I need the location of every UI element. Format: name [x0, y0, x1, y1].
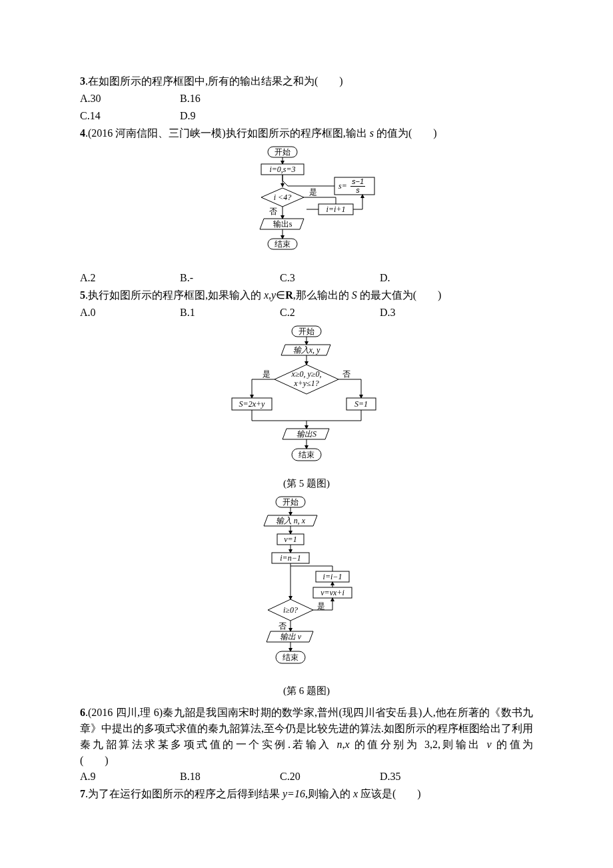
q7-suffix: 应该是( ) — [358, 788, 421, 799]
q4-opt-a[interactable]: A.2 — [80, 270, 180, 286]
q5-opt-d[interactable]: D.3 — [380, 305, 396, 321]
q5-flowchart-wrap: 开始 输入x, y x≥0, y≥0, x+y≤1? 是 S=2x+y 否 S=… — [80, 323, 533, 473]
q7-stem: 7.为了在运行如图所示的程序之后得到结果 y=16,则输入的 x 应该是( ) — [80, 786, 533, 802]
q5-opt-b[interactable]: B.1 — [180, 305, 280, 321]
q7-x: x — [353, 788, 358, 799]
q5-suffix: ,那么输出的 — [293, 289, 352, 301]
svg-text:结束: 结束 — [299, 450, 314, 459]
svg-text:v=1: v=1 — [284, 535, 297, 544]
q6-num: 6 — [80, 707, 85, 718]
q4-opt-b[interactable]: B.- — [180, 270, 280, 286]
q5-suffix2: 的最大值为( ) — [357, 289, 442, 301]
q5-flowchart: 开始 输入x, y x≥0, y≥0, x+y≤1? 是 S=2x+y 否 S=… — [220, 323, 393, 473]
q3-opt-a[interactable]: A.30 — [80, 91, 180, 107]
q6-mid: 的值分别为 3,2,则输出 — [349, 739, 486, 750]
svg-text:结束: 结束 — [283, 653, 299, 662]
svg-text:输入 n, x: 输入 n, x — [276, 516, 306, 525]
svg-text:输入x, y: 输入x, y — [293, 345, 320, 355]
svg-text:x+y≤1?: x+y≤1? — [293, 379, 318, 388]
svg-text:v=vx+i: v=vx+i — [320, 588, 344, 597]
svg-text:x≥0, y≥0,: x≥0, y≥0, — [291, 369, 322, 379]
svg-text:S=1: S=1 — [354, 399, 368, 409]
q6-opt-d[interactable]: D.35 — [380, 769, 401, 785]
svg-text:i≥0?: i≥0? — [283, 605, 298, 615]
q6-opt-a[interactable]: A.9 — [80, 769, 180, 785]
q4-prefix: .(2016 河南信阳、三门峡一模)执行如图所示的程序框图,输出 — [85, 127, 370, 139]
q4-flowchart: 开始 i=0,s=3 s= s−1s i <4? 是 i=i+1 否 输出s — [220, 144, 393, 267]
q5-svar: S — [352, 289, 357, 301]
q6-vars: n,x — [336, 739, 349, 750]
svg-text:结束: 结束 — [275, 239, 291, 249]
q4-suffix: 的值为( ) — [374, 127, 437, 139]
q5-stem: 5.执行如图所示的程序框图,如果输入的 x,y∈R,那么输出的 S 的最大值为(… — [80, 287, 533, 303]
q3-opt-d[interactable]: D.9 — [180, 108, 280, 124]
q5-in: ∈ — [276, 289, 285, 301]
q6-opt-c[interactable]: C.20 — [280, 769, 380, 785]
q5-vars: x,y — [264, 289, 276, 301]
q6-vvar: v — [486, 739, 491, 750]
svg-text:开始: 开始 — [283, 497, 299, 507]
svg-text:否: 否 — [269, 207, 277, 216]
svg-text:是: 是 — [263, 369, 271, 379]
svg-text:否: 否 — [342, 369, 350, 379]
q4-opt-c[interactable]: C.3 — [280, 270, 380, 286]
svg-text:i=i−1: i=i−1 — [323, 572, 342, 581]
q4-opt-d[interactable]: D. — [380, 270, 390, 286]
q5-r: R — [285, 289, 293, 301]
svg-text:i=0,s=3: i=0,s=3 — [269, 165, 295, 174]
svg-text:S=2x+y: S=2x+y — [239, 399, 266, 409]
q5-num: 5 — [80, 289, 85, 301]
q5-caption: (第 5 题图) — [80, 476, 533, 491]
q7-mid: ,则输入的 — [305, 788, 353, 799]
q3-opt-c[interactable]: C.14 — [80, 108, 180, 124]
svg-text:是: 是 — [309, 187, 317, 197]
svg-text:输出 v: 输出 v — [280, 632, 302, 641]
q4-num: 4 — [80, 127, 85, 139]
svg-text:输出S: 输出S — [297, 429, 316, 439]
q4-flowchart-wrap: 开始 i=0,s=3 s= s−1s i <4? 是 i=i+1 否 输出s — [80, 144, 533, 267]
q5-opt-c[interactable]: C.2 — [280, 305, 380, 321]
q3-options-row1: A.30 B.16 — [80, 91, 533, 107]
svg-text:开始: 开始 — [275, 147, 291, 157]
q3-options-row2: C.14 D.9 — [80, 108, 533, 124]
q4-stem: 4.(2016 河南信阳、三门峡一模)执行如图所示的程序框图,输出 s 的值为(… — [80, 125, 533, 141]
q3-num: 3 — [80, 75, 85, 87]
q5-prefix: .执行如图所示的程序框图,如果输入的 — [85, 289, 264, 301]
q6-caption: (第 6 题图) — [80, 683, 533, 699]
svg-text:i <4?: i <4? — [274, 193, 291, 202]
q6-options: A.9 B.18 C.20 D.35 — [80, 769, 533, 785]
q6-flowchart: 开始 输入 n, x v=1 i=n−1 i=i−1 v=vx+i i≥0? 是… — [233, 494, 380, 681]
svg-text:输出s: 输出s — [273, 219, 293, 229]
q5-opt-a[interactable]: A.0 — [80, 305, 180, 321]
q7-num: 7 — [80, 788, 85, 799]
q7-prefix: .为了在运行如图所示的程序之后得到结果 — [85, 788, 283, 799]
q3-text: .在如图所示的程序框图中,所有的输出结果之和为( ) — [85, 75, 343, 87]
q4-options: A.2 B.- C.3 D. — [80, 270, 533, 286]
svg-text:i=n−1: i=n−1 — [280, 553, 301, 563]
svg-text:i=i+1: i=i+1 — [326, 205, 346, 214]
svg-text:开始: 开始 — [299, 327, 314, 336]
svg-text:s=: s= — [338, 181, 347, 191]
q6-stem: 6.(2016 四川,理 6)秦九韶是我国南宋时期的数学家,普州(现四川省安岳县… — [80, 705, 533, 769]
q5-options: A.0 B.1 C.2 D.3 — [80, 305, 533, 321]
q7-eq: y=16 — [283, 788, 305, 799]
svg-text:否: 否 — [279, 621, 287, 631]
q6-flowchart-wrap: 开始 输入 n, x v=1 i=n−1 i=i−1 v=vx+i i≥0? 是… — [80, 494, 533, 681]
svg-text:是: 是 — [317, 601, 325, 611]
q3-opt-b[interactable]: B.16 — [180, 91, 280, 107]
q3-stem: 3.在如图所示的程序框图中,所有的输出结果之和为( ) — [80, 73, 533, 89]
q6-opt-b[interactable]: B.18 — [180, 769, 280, 785]
